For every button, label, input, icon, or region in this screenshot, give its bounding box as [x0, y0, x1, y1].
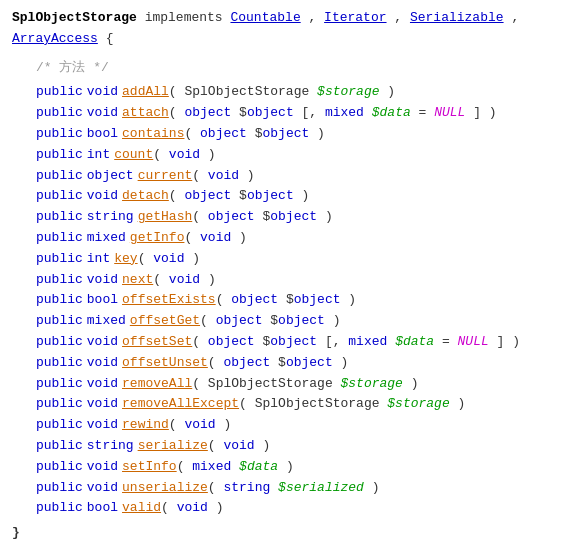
method-params: ( object $object [, mixed $data = NULL ]…: [192, 332, 520, 353]
method-params: ( void ): [161, 498, 223, 519]
method-name[interactable]: getHash: [138, 207, 193, 228]
method-params: ( void ): [138, 249, 200, 270]
return-type: object: [87, 166, 134, 187]
return-type: bool: [87, 290, 118, 311]
method-params: ( string $serialized ): [208, 478, 380, 499]
visibility-keyword: public: [36, 498, 83, 519]
method-params: ( object $object ): [216, 290, 356, 311]
return-type: string: [87, 207, 134, 228]
method-line: public void offsetUnset ( object $object…: [36, 353, 556, 374]
method-name[interactable]: next: [122, 270, 153, 291]
comma-3: ,: [511, 10, 519, 25]
method-name[interactable]: removeAllExcept: [122, 394, 239, 415]
method-name[interactable]: removeAll: [122, 374, 192, 395]
method-name[interactable]: detach: [122, 186, 169, 207]
method-name[interactable]: contains: [122, 124, 184, 145]
visibility-keyword: public: [36, 332, 83, 353]
return-type: void: [87, 394, 118, 415]
method-line: public void attach ( object $object [, m…: [36, 103, 556, 124]
method-name[interactable]: addAll: [122, 82, 169, 103]
return-type: mixed: [87, 311, 126, 332]
method-name[interactable]: offsetUnset: [122, 353, 208, 374]
visibility-keyword: public: [36, 145, 83, 166]
method-line: public mixed offsetGet ( object $object …: [36, 311, 556, 332]
method-params: ( SplObjectStorage $storage ): [169, 82, 395, 103]
return-type: string: [87, 436, 134, 457]
open-brace: {: [106, 31, 114, 46]
visibility-keyword: public: [36, 478, 83, 499]
interface-countable[interactable]: Countable: [230, 10, 300, 25]
method-params: ( object $object ): [192, 207, 332, 228]
method-params: ( void ): [169, 415, 231, 436]
method-params: ( mixed $data ): [177, 457, 294, 478]
return-type: void: [87, 374, 118, 395]
return-type: bool: [87, 124, 118, 145]
visibility-keyword: public: [36, 270, 83, 291]
visibility-keyword: public: [36, 249, 83, 270]
method-name[interactable]: rewind: [122, 415, 169, 436]
return-type: void: [87, 82, 118, 103]
visibility-keyword: public: [36, 457, 83, 478]
method-name[interactable]: offsetExists: [122, 290, 216, 311]
class-name: SplObjectStorage: [12, 10, 137, 25]
interface-serializable[interactable]: Serializable: [410, 10, 504, 25]
method-params: ( object $object ): [208, 353, 348, 374]
return-type: void: [87, 457, 118, 478]
visibility-keyword: public: [36, 436, 83, 457]
return-type: mixed: [87, 228, 126, 249]
method-line: public bool contains ( object $object ): [36, 124, 556, 145]
method-name[interactable]: current: [138, 166, 193, 187]
method-name[interactable]: offsetGet: [130, 311, 200, 332]
return-type: void: [87, 353, 118, 374]
interface-arrayaccess[interactable]: ArrayAccess: [12, 31, 98, 46]
method-line: public bool valid ( void ): [36, 498, 556, 519]
method-line: public mixed getInfo ( void ): [36, 228, 556, 249]
method-name[interactable]: valid: [122, 498, 161, 519]
method-params: ( SplObjectStorage $storage ): [239, 394, 465, 415]
method-line: public void removeAll ( SplObjectStorage…: [36, 374, 556, 395]
methods-list: public void addAll ( SplObjectStorage $s…: [12, 82, 556, 519]
method-line: public void removeAllExcept ( SplObjectS…: [36, 394, 556, 415]
return-type: int: [87, 145, 110, 166]
method-params: ( object $object ): [200, 311, 340, 332]
return-type: bool: [87, 498, 118, 519]
method-params: ( void ): [192, 166, 254, 187]
method-name[interactable]: serialize: [138, 436, 208, 457]
method-line: public void rewind ( void ): [36, 415, 556, 436]
method-name[interactable]: count: [114, 145, 153, 166]
code-block: SplObjectStorage implements Countable , …: [12, 8, 556, 542]
section-comment: /* 方法 */: [36, 58, 556, 79]
visibility-keyword: public: [36, 124, 83, 145]
method-name[interactable]: unserialize: [122, 478, 208, 499]
visibility-keyword: public: [36, 103, 83, 124]
implements-keyword: implements: [145, 10, 231, 25]
return-type: void: [87, 332, 118, 353]
method-params: ( void ): [153, 145, 215, 166]
method-line: public int count ( void ): [36, 145, 556, 166]
visibility-keyword: public: [36, 374, 83, 395]
return-type: void: [87, 270, 118, 291]
method-params: ( void ): [208, 436, 270, 457]
method-params: ( object $object ): [184, 124, 324, 145]
method-line: public void offsetSet ( object $object […: [36, 332, 556, 353]
return-type: void: [87, 478, 118, 499]
method-name[interactable]: attach: [122, 103, 169, 124]
method-line: public void next ( void ): [36, 270, 556, 291]
visibility-keyword: public: [36, 353, 83, 374]
method-line: public void addAll ( SplObjectStorage $s…: [36, 82, 556, 103]
method-line: public void detach ( object $object ): [36, 186, 556, 207]
method-name[interactable]: offsetSet: [122, 332, 192, 353]
visibility-keyword: public: [36, 311, 83, 332]
method-name[interactable]: key: [114, 249, 137, 270]
method-params: ( void ): [184, 228, 246, 249]
method-line: public bool offsetExists ( object $objec…: [36, 290, 556, 311]
interface-iterator[interactable]: Iterator: [324, 10, 386, 25]
method-params: ( void ): [153, 270, 215, 291]
method-name[interactable]: getInfo: [130, 228, 185, 249]
visibility-keyword: public: [36, 228, 83, 249]
method-line: public void setInfo ( mixed $data ): [36, 457, 556, 478]
method-params: ( object $object [, mixed $data = NULL ]…: [169, 103, 497, 124]
method-name[interactable]: setInfo: [122, 457, 177, 478]
return-type: int: [87, 249, 110, 270]
return-type: void: [87, 103, 118, 124]
